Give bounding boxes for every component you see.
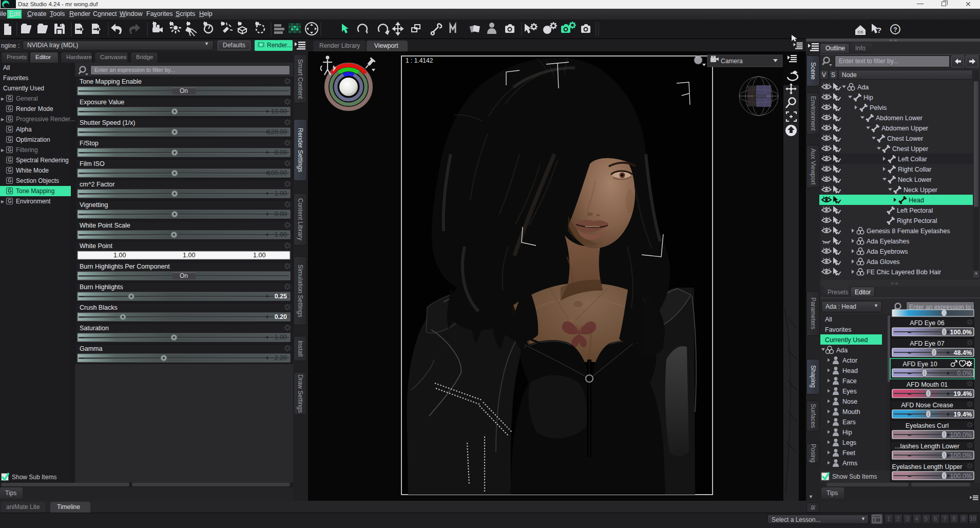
- svg-text:Abdomen Upper: Abdomen Upper: [881, 125, 928, 132]
- svg-text:Actor: Actor: [842, 357, 857, 364]
- svg-text:–: –: [908, 369, 911, 377]
- svg-text:AFD Mouth 01: AFD Mouth 01: [907, 381, 948, 388]
- svg-text:Pelvis: Pelvis: [870, 104, 887, 111]
- svg-text:Ada: Ada: [857, 84, 869, 91]
- svg-text:On: On: [180, 272, 188, 279]
- svg-text:Left Collar: Left Collar: [898, 156, 927, 163]
- svg-text:–: –: [908, 390, 911, 398]
- svg-text:?: ?: [893, 26, 897, 33]
- svg-text:100.0%: 100.0%: [950, 431, 972, 439]
- svg-text:Ears: Ears: [842, 419, 856, 426]
- svg-text:?: ?: [877, 26, 881, 34]
- svg-text:+: +: [946, 390, 950, 398]
- svg-text:Neck Lower: Neck Lower: [898, 176, 932, 183]
- svg-text:–: –: [80, 231, 84, 238]
- svg-text:100.0%: 100.0%: [950, 473, 972, 480]
- svg-text:+: +: [265, 354, 269, 362]
- svg-text:Burn Highlights Per Component: Burn Highlights Per Component: [80, 263, 170, 270]
- svg-text:+: +: [265, 149, 269, 156]
- svg-text:8.00: 8.00: [275, 149, 287, 156]
- svg-text:AFD Eye 06: AFD Eye 06: [910, 319, 944, 327]
- svg-text:128.00: 128.00: [267, 128, 287, 136]
- svg-text:Right Collar: Right Collar: [898, 166, 931, 173]
- svg-text:–: –: [80, 292, 84, 300]
- svg-text:–: –: [908, 410, 911, 418]
- svg-text:–: –: [908, 472, 911, 480]
- svg-text:...lashes Length Lower: ...lashes Length Lower: [895, 443, 959, 450]
- svg-text:1.00: 1.00: [275, 190, 287, 197]
- svg-text:13.00: 13.00: [271, 108, 287, 115]
- svg-text:F/Stop: F/Stop: [80, 140, 99, 147]
- svg-text:1.00: 1.00: [113, 252, 126, 259]
- svg-text:Head: Head: [909, 197, 924, 204]
- svg-text:Chest Lower: Chest Lower: [887, 135, 923, 142]
- svg-text:Burn Highlights: Burn Highlights: [80, 284, 123, 291]
- svg-text:–: –: [80, 169, 84, 177]
- svg-text:Tone Mapping Enable: Tone Mapping Enable: [80, 78, 142, 85]
- svg-text:Nose: Nose: [842, 398, 857, 405]
- svg-text:Abdomen Lower: Abdomen Lower: [876, 115, 923, 122]
- svg-text:+: +: [265, 293, 269, 300]
- svg-text:–: –: [80, 210, 84, 218]
- svg-text:Crush Blacks: Crush Blacks: [80, 304, 118, 311]
- svg-text:Face: Face: [842, 378, 857, 385]
- svg-text:Eyelashes Length Upper: Eyelashes Length Upper: [892, 463, 963, 470]
- svg-text:19.4%: 19.4%: [954, 411, 972, 418]
- svg-text:Genesis 8 Female Eyelashes: Genesis 8 Female Eyelashes: [867, 228, 950, 235]
- svg-text:+: +: [946, 370, 950, 377]
- svg-text:Ada Eyelashes: Ada Eyelashes: [867, 238, 909, 245]
- svg-text:Eyes: Eyes: [842, 388, 857, 395]
- svg-text:Chest Upper: Chest Upper: [892, 145, 928, 153]
- svg-text:0.0%: 0.0%: [957, 370, 972, 377]
- svg-text:2.20: 2.20: [275, 354, 287, 362]
- svg-text:–: –: [80, 190, 84, 197]
- svg-text:–: –: [80, 313, 84, 320]
- svg-text:+: +: [265, 313, 269, 320]
- svg-text:cm^2 Factor: cm^2 Factor: [80, 181, 114, 188]
- svg-text:Ada Gloves: Ada Gloves: [867, 258, 900, 266]
- svg-text:–: –: [80, 107, 84, 115]
- svg-text:+: +: [265, 231, 269, 238]
- svg-text:Legs: Legs: [842, 439, 856, 446]
- svg-text:Favorites: Favorites: [825, 326, 851, 333]
- svg-text:DS: DS: [857, 30, 863, 34]
- svg-text:–: –: [908, 328, 911, 336]
- svg-text:Neck Upper: Neck Upper: [904, 186, 937, 194]
- svg-text:–: –: [80, 354, 84, 362]
- svg-text:Front: Front: [753, 93, 766, 99]
- svg-text:Gamma: Gamma: [80, 345, 103, 352]
- svg-text:Saturation: Saturation: [80, 325, 109, 332]
- svg-text:Eyelashes Curl: Eyelashes Curl: [906, 422, 949, 429]
- svg-text:Show Sub Items: Show Sub Items: [832, 473, 877, 480]
- svg-text:–: –: [908, 451, 911, 459]
- svg-text:Mouth: Mouth: [842, 408, 860, 416]
- svg-text:AFD Nose Crease: AFD Nose Crease: [901, 402, 953, 409]
- svg-text:AFD Eye 07: AFD Eye 07: [910, 340, 944, 347]
- svg-text:1 : 1.4142: 1 : 1.4142: [406, 57, 433, 64]
- svg-text:+: +: [265, 334, 269, 341]
- svg-text:Hip: Hip: [842, 429, 852, 436]
- svg-text:Head: Head: [842, 367, 858, 374]
- svg-text:Vignetting: Vignetting: [80, 201, 108, 209]
- svg-text:Exposure Value: Exposure Value: [80, 99, 124, 106]
- svg-text:–: –: [80, 333, 84, 341]
- svg-text:+: +: [265, 108, 269, 115]
- svg-text:0.20: 0.20: [275, 313, 287, 320]
- svg-text:0.00: 0.00: [275, 211, 287, 218]
- svg-text:Hip: Hip: [863, 94, 873, 101]
- svg-text:Arms: Arms: [842, 460, 857, 467]
- svg-text:On: On: [180, 87, 188, 95]
- svg-text:All: All: [825, 316, 832, 323]
- svg-text:Ada: Ada: [836, 347, 848, 354]
- svg-text:1.00: 1.00: [183, 252, 195, 259]
- svg-text:+: +: [946, 349, 950, 356]
- svg-text:19.4%: 19.4%: [954, 390, 972, 398]
- svg-text:–: –: [80, 148, 84, 156]
- svg-text:1.00: 1.00: [275, 231, 287, 238]
- svg-text:+: +: [265, 211, 269, 218]
- svg-text:AFD Eye 10: AFD Eye 10: [902, 361, 937, 368]
- svg-text:100.00: 100.00: [267, 169, 287, 177]
- svg-text:1.00: 1.00: [253, 252, 265, 259]
- svg-text:Film ISO: Film ISO: [80, 160, 105, 167]
- svg-text:1.00: 1.00: [275, 334, 287, 341]
